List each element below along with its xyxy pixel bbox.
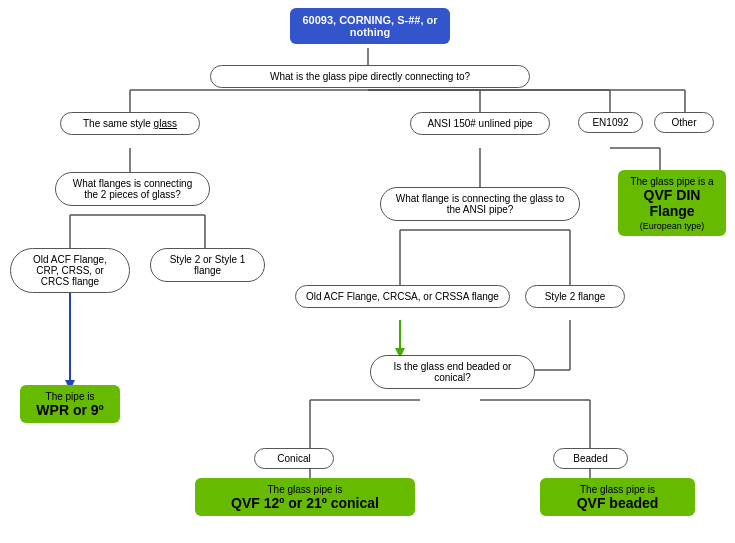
old-acf1-label: Old ACF Flange, CRP, CRSS, or CRCS flang… — [10, 248, 130, 293]
start-node: 60093, CORNING, S-##, or nothing — [290, 8, 450, 44]
same-glass-node: The same style glass — [60, 112, 200, 135]
q1-label: What is the glass pipe directly connecti… — [210, 65, 530, 88]
same-glass-label: The same style glass — [60, 112, 200, 135]
q2-label: What flanges is connecting the 2 pieces … — [55, 172, 210, 206]
qvf-beaded-label: The glass pipe is QVF beaded — [540, 478, 695, 516]
qvf-conical-node: The glass pipe is QVF 12º or 21º conical — [195, 478, 415, 516]
qvf-beaded-node: The glass pipe is QVF beaded — [540, 478, 695, 516]
style2-1-node: Style 2 or Style 1 flange — [150, 248, 265, 282]
wpr-node: The pipe is WPR or 9º — [20, 385, 120, 423]
q2-node: What flanges is connecting the 2 pieces … — [55, 172, 210, 206]
conical-label: Conical — [254, 448, 334, 469]
ansi-label: ANSI 150# unlined pipe — [410, 112, 550, 135]
other-node: Other — [654, 112, 714, 133]
qvf-conical-label: The glass pipe is QVF 12º or 21º conical — [195, 478, 415, 516]
q3-node: What flange is connecting the glass to t… — [380, 187, 580, 221]
style2-2-label: Style 2 flange — [525, 285, 625, 308]
q1-node: What is the glass pipe directly connecti… — [210, 65, 530, 88]
en1092-node: EN1092 — [578, 112, 643, 133]
q3-label: What flange is connecting the glass to t… — [380, 187, 580, 221]
conical-node: Conical — [254, 448, 334, 469]
q4-label: Is the glass end beaded or conical? — [370, 355, 535, 389]
diagram: 60093, CORNING, S-##, or nothing What is… — [0, 0, 735, 543]
wpr-label: The pipe is WPR or 9º — [20, 385, 120, 423]
style2-1-label: Style 2 or Style 1 flange — [150, 248, 265, 282]
ansi-node: ANSI 150# unlined pipe — [410, 112, 550, 135]
beaded-node: Beaded — [553, 448, 628, 469]
other-label: Other — [654, 112, 714, 133]
old-acf1-node: Old ACF Flange, CRP, CRSS, or CRCS flang… — [10, 248, 130, 293]
style2-2-node: Style 2 flange — [525, 285, 625, 308]
en1092-label: EN1092 — [578, 112, 643, 133]
qvf-din-label: The glass pipe is a QVF DIN Flange (Euro… — [618, 170, 726, 236]
q4-node: Is the glass end beaded or conical? — [370, 355, 535, 389]
qvf-din-node: The glass pipe is a QVF DIN Flange (Euro… — [618, 170, 726, 236]
old-acf2-label: Old ACF Flange, CRCSA, or CRSSA flange — [295, 285, 510, 308]
start-label: 60093, CORNING, S-##, or nothing — [290, 8, 450, 44]
beaded-label: Beaded — [553, 448, 628, 469]
old-acf2-node: Old ACF Flange, CRCSA, or CRSSA flange — [295, 285, 510, 308]
